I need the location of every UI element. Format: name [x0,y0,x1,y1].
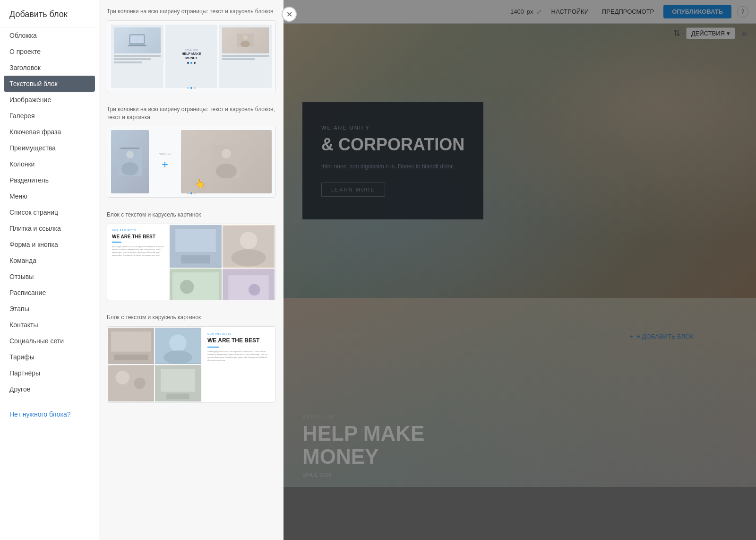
svg-point-12 [222,149,231,158]
dot-1 [187,62,189,64]
svg-point-9 [121,162,138,175]
preview-tag-4: OUR PROJECTS [207,332,270,335]
svg-rect-10 [120,148,139,149]
preview-col-left [111,25,163,88]
sidebar-item-cover[interactable]: Обложка [0,27,99,44]
svg-point-34 [134,377,146,389]
p2-dot-2 [190,192,192,194]
svg-rect-16 [181,255,210,263]
block-section-4: Блок с текстом и карусель картинок [107,314,276,403]
block-card-2[interactable]: ABOUT US + [107,126,276,198]
preview-two-plus: ABOUT US + [107,126,275,197]
preview-pagination [187,87,196,89]
preview-text-4: Sed feugiat parietur nunc, non dignissim… [207,350,270,362]
modal-title: Добавить блок [0,0,99,27]
svg-rect-15 [175,229,216,252]
sidebar-item-stages[interactable]: Этапы [0,301,99,317]
block-preview-1: SINCE 2008 HELP MAKEMONEY [107,21,275,92]
sidebar-item-about[interactable]: О проекте [0,44,99,60]
block-preview-2: ABOUT US + [107,126,275,197]
preview-line-3 [112,242,121,243]
preview-col-text-2 [114,58,151,60]
preview-col-text-3 [114,61,142,63]
preview-r-text-2 [222,58,255,60]
preview-watb-right-3 [169,224,275,300]
preview-watb4-left [107,327,202,402]
no-block-link[interactable]: Нет нужного блока? [0,405,99,424]
sidebar-item-social[interactable]: Социальные сети [0,333,99,349]
preview-img-3-3 [170,269,222,300]
sidebar-item-contacts[interactable]: Контакты [0,317,99,333]
sidebar-item-menu[interactable]: Меню [0,188,99,204]
preview-three-cols-1: SINCE 2008 HELP MAKEMONEY [107,21,275,92]
p2-dot-1 [187,192,189,194]
block-title-4: Блок с текстом и карусель картинок [107,314,276,322]
svg-rect-27 [111,331,151,351]
sidebar-item-gallery[interactable]: Галерея [0,108,99,124]
preview-watb-3: OUR PROJECTS WE ARE THE BEST Sed feugiat… [107,224,275,300]
block-title-1: Три колонки на всю ширину страницы: текс… [107,8,276,16]
sidebar-item-keyphrase[interactable]: Ключевая фраза [0,124,99,140]
svg-point-31 [163,350,192,364]
svg-point-22 [180,280,194,294]
sidebar-item-divider[interactable]: Разделитель [0,172,99,188]
modal-content-panel: Три колонки на всю ширину страницы: текс… [99,0,284,540]
block-card-4[interactable]: OUR PROJECTS WE ARE THE BEST Sed feugiat… [107,326,276,403]
sidebar-item-textblock[interactable]: Текстовый блок [4,76,95,92]
sidebar-item-columns[interactable]: Колонки [0,156,99,172]
preview-left-image [111,130,149,193]
preview-col-right [219,25,272,88]
sidebar-item-schedule[interactable]: Расписание [0,285,99,301]
sidebar-item-tile[interactable]: Плитка и ссылка [0,220,99,236]
preview-laptop-img [114,27,161,53]
preview-text-3: Sed feugiat parietur nunc, non dignissim… [112,245,164,257]
svg-rect-21 [172,272,219,300]
sidebar-item-reviews[interactable]: Отзывы [0,269,99,285]
preview-title-4: WE ARE THE BEST [207,337,270,345]
block-preview-3: OUR PROJECTS WE ARE THE BEST Sed feugiat… [107,224,275,300]
preview-plus-icon: + [162,158,168,171]
preview-line-4 [207,347,219,348]
preview-logo: HELP MAKEMONEY [181,52,201,60]
block-card-3[interactable]: OUR PROJECTS WE ARE THE BEST Sed feugiat… [107,224,276,300]
block-card-1[interactable]: SINCE 2008 HELP MAKEMONEY [107,20,276,92]
sidebar-item-image[interactable]: Изображение [0,92,99,108]
cursor-icon: 👆 [195,178,205,189]
svg-point-25 [249,284,260,295]
block-section-2: Три колонки на всю ширину страницы: текс… [107,105,276,198]
svg-rect-24 [228,275,269,300]
svg-point-30 [169,334,186,351]
preview-img-3-4 [223,269,275,300]
preview-img-3-1 [170,225,222,268]
svg-point-5 [243,35,248,40]
svg-rect-32 [108,366,154,401]
preview-mid-content: ABOUT US + [151,130,179,193]
sidebar-item-team[interactable]: Команда [0,253,99,269]
sidebar-item-pricing[interactable]: Тарифы [0,349,99,365]
page-dot-3 [194,87,196,89]
preview-watb4-right: OUR PROJECTS WE ARE THE BEST Sed feugiat… [202,327,275,402]
sidebar-item-pagelist[interactable]: Список страниц [0,204,99,220]
block-title-3: Блок с текстом и карусель картинок [107,211,276,219]
sidebar-item-header[interactable]: Заголовок [0,60,99,76]
dot-3 [194,62,196,64]
svg-point-19 [231,249,266,267]
sidebar-item-other[interactable]: Другое [0,381,99,397]
close-modal-button[interactable]: ✕ [282,7,297,22]
svg-point-33 [116,371,129,384]
preview-img4-3 [108,365,154,401]
svg-rect-36 [161,369,195,392]
preview-watb-left-3: OUR PROJECTS WE ARE THE BEST Sed feugiat… [107,224,169,300]
preview-person-img [222,27,269,53]
sidebar-item-form[interactable]: Форма и кнопка [0,236,99,253]
sidebar-item-partners[interactable]: Партнёры [0,365,99,381]
p2-dot-3 [194,192,196,194]
svg-rect-3 [128,45,146,46]
preview-since-label: SINCE 2008 [185,48,198,51]
preview-about-label: ABOUT US [159,152,171,155]
sidebar-item-advantages[interactable]: Преимущества [0,140,99,156]
preview-center-col: SINCE 2008 HELP MAKEMONEY [165,25,218,88]
svg-rect-37 [166,393,189,399]
modal-sidebar: Добавить блок Обложка О проекте Заголово… [0,0,99,540]
preview-r-text-1 [222,55,269,57]
